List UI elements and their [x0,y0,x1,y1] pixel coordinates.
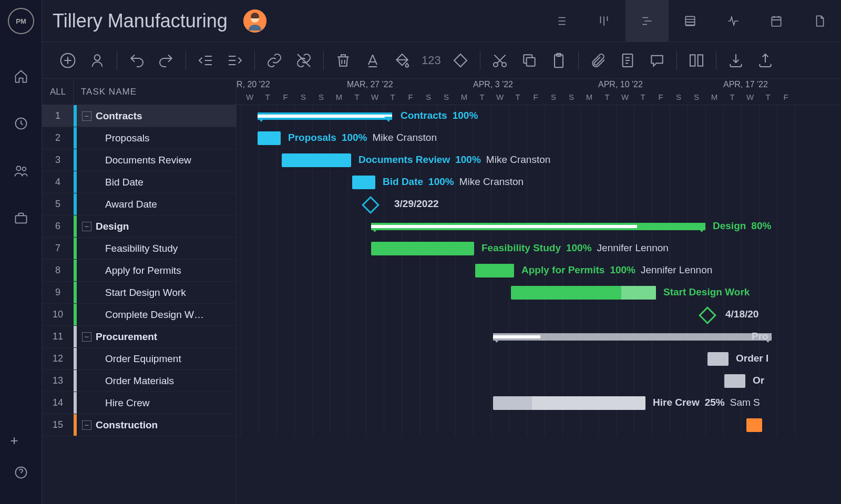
gantt-task-bar[interactable] [352,176,375,189]
gantt-task-bar[interactable] [724,374,745,388]
collapse-toggle[interactable]: − [82,332,91,342]
task-row[interactable]: 13Order Materials [42,370,236,392]
task-name-label: Design [96,221,129,232]
task-color-bar [74,149,77,171]
link-icon[interactable] [264,50,284,70]
day-label: T [598,92,616,101]
task-row[interactable]: 6−Design [42,215,236,238]
gantt-row: Hire Crew25%Sam S [237,392,841,414]
collapse-toggle[interactable]: − [82,420,91,430]
task-row[interactable]: 5Award Date [42,193,236,215]
user-avatar[interactable] [243,9,266,33]
task-row[interactable]: 12Order Equipment [42,348,236,370]
column-task-name[interactable]: TASK NAME [74,87,137,97]
task-row[interactable]: 7Feasibility Study [42,238,236,260]
paste-icon[interactable] [549,50,569,70]
gantt-milestone[interactable] [362,196,380,214]
redo-icon[interactable] [156,50,176,70]
task-row[interactable]: 11−Procurement [42,326,236,348]
add-icon[interactable]: + [11,433,32,449]
view-calendar-icon[interactable] [755,0,798,42]
gantt-task-bar[interactable] [371,242,474,255]
gantt-body[interactable]: Contracts100%Proposals100%Mike CranstonD… [237,105,841,436]
export-icon[interactable] [755,50,775,70]
gantt-summary-bar[interactable] [493,333,772,341]
view-board-icon[interactable] [582,0,625,42]
gantt-task-bar[interactable] [511,286,656,300]
notes-icon[interactable] [618,50,638,70]
gantt-task-bar[interactable] [258,131,281,145]
gantt-summary-bar[interactable] [258,112,392,120]
task-number: 1 [42,110,74,121]
clock-icon[interactable] [11,113,32,134]
task-number: 10 [42,309,74,320]
comment-icon[interactable] [647,50,667,70]
fill-color-icon[interactable] [392,50,412,70]
text-style-icon[interactable] [363,50,383,70]
task-row[interactable]: 15−Construction [42,414,236,436]
collapse-toggle[interactable]: − [82,222,91,231]
briefcase-icon[interactable] [11,208,32,229]
collapse-toggle[interactable]: − [82,111,91,121]
task-row[interactable]: 8Apply for Permits [42,260,236,282]
task-row[interactable]: 10Complete Design W… [42,304,236,326]
gantt-bar-label: Apply for Permits100%Jennifer Lennon [521,264,712,276]
task-row[interactable]: 2Proposals [42,127,236,149]
svg-rect-18 [698,55,702,66]
day-label: S [312,92,330,101]
cut-icon[interactable] [490,50,510,70]
view-list-icon[interactable] [539,0,582,42]
task-row[interactable]: 3Documents Review [42,149,236,171]
columns-icon[interactable] [686,50,706,70]
gantt-milestone[interactable] [699,306,716,324]
task-row[interactable]: 14Hire Crew [42,392,236,414]
day-label: T [348,92,366,101]
column-all[interactable]: ALL [42,79,74,105]
help-icon[interactable] [11,462,32,483]
gantt-task-bar[interactable] [282,153,351,167]
task-color-bar [74,105,77,127]
view-pulse-icon[interactable] [712,0,755,42]
attachment-icon[interactable] [588,50,608,70]
app-logo[interactable]: PM [8,8,34,34]
import-icon[interactable] [726,50,746,70]
gantt-chart[interactable]: R, 20 '22MAR, 27 '22APR, 3 '22APR, 10 '2… [237,79,841,504]
day-label: T [509,92,527,101]
indent-icon[interactable] [225,50,245,70]
undo-icon[interactable] [127,50,147,70]
gantt-bar-label: Or [753,375,764,386]
people-icon[interactable] [11,160,32,181]
view-file-icon[interactable] [798,0,841,42]
view-gantt-icon[interactable] [625,0,669,42]
priority-icon[interactable] [450,50,470,70]
home-icon[interactable] [11,66,32,87]
task-row[interactable]: 4Bid Date [42,171,236,193]
gantt-row: Bid Date100%Mike Cranston [237,171,841,193]
svg-rect-7 [685,16,694,25]
gantt-row: Order I [237,348,841,370]
copy-icon[interactable] [519,50,539,70]
gantt-task-bar[interactable] [746,418,762,432]
gantt-bar-label: Pro [752,331,768,342]
task-number: 3 [42,155,74,166]
gantt-row: Design80% [237,215,841,238]
gantt-task-bar[interactable] [475,264,514,277]
delete-icon[interactable] [333,50,353,70]
task-name-label: Contracts [96,110,142,122]
day-label: W [366,92,384,101]
gantt-task-bar[interactable] [493,396,645,410]
gantt-row: 4/18/20 [237,304,841,326]
add-task-icon[interactable] [58,50,78,70]
svg-point-1 [16,166,20,170]
view-sheet-icon[interactable] [669,0,712,42]
gantt-summary-bar[interactable] [371,223,705,230]
task-color-bar [74,326,77,347]
task-row[interactable]: 9Start Design Work [42,282,236,304]
gantt-task-bar[interactable] [707,352,729,366]
task-color-bar [74,282,77,303]
outdent-icon[interactable] [196,50,216,70]
task-row[interactable]: 1−Contracts [42,105,236,127]
unlink-icon[interactable] [294,50,314,70]
assign-icon[interactable] [87,50,107,70]
gantt-bar-label: Bid Date100%Mike Cranston [383,176,524,188]
